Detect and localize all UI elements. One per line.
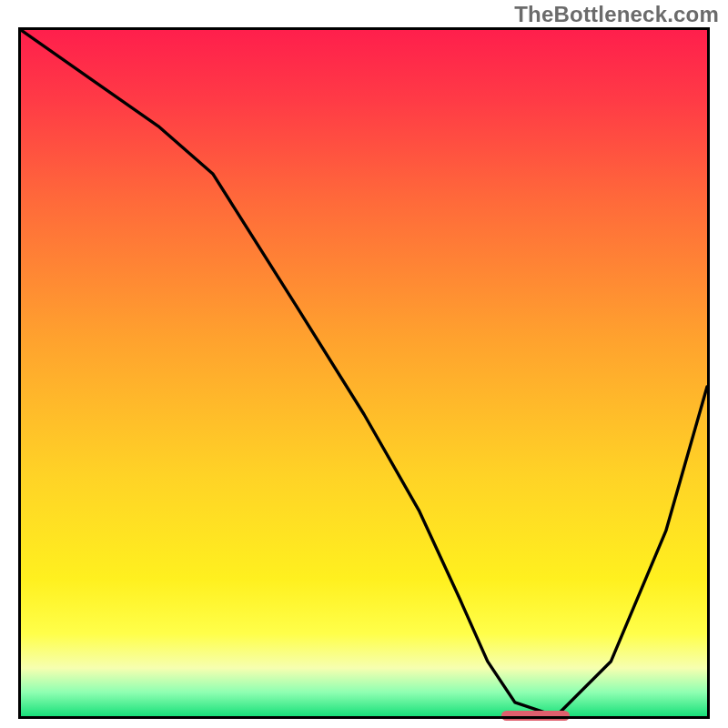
chart-canvas: TheBottleneck.com: [0, 0, 728, 728]
plot-border: [18, 27, 710, 719]
plot-area: [18, 27, 710, 719]
watermark-text: TheBottleneck.com: [514, 2, 719, 27]
